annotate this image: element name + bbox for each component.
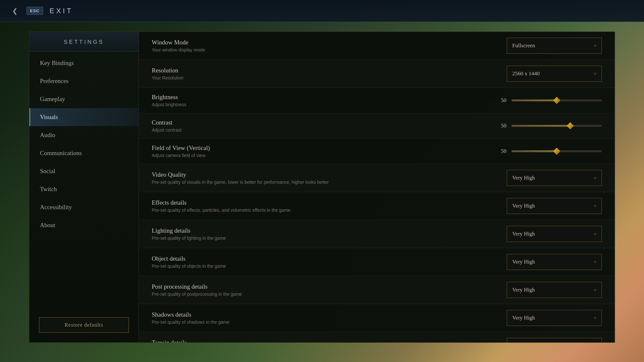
setting-info-video-quality: Video QualityPre-set quality of visuals … (152, 171, 507, 185)
sidebar-item-audio[interactable]: Audio (29, 126, 139, 144)
setting-info-lighting-details: Lighting detailsPre-set quality of light… (152, 227, 507, 241)
sidebar-item-about[interactable]: About (29, 216, 139, 234)
sidebar-item-visuals[interactable]: Visuals (29, 108, 139, 126)
setting-name-effects-details: Effects details (152, 199, 507, 206)
setting-desc-post-processing-details: Pre-set quality of postprocessing in the… (152, 292, 507, 297)
dropdown-arrow-icon: ▿ (594, 203, 596, 209)
slider-container-brightness: 50 (497, 97, 602, 104)
sidebar-item-gameplay[interactable]: Gameplay (29, 90, 139, 108)
slider-thumb-brightness[interactable] (553, 97, 560, 104)
setting-control-window-mode[interactable]: Fullscreen▿ (507, 38, 602, 54)
dropdown-arrow-icon: ▿ (594, 43, 596, 49)
setting-name-fov: Field of View (Vertical) (152, 144, 497, 152)
setting-name-window-mode: Window Mode (152, 39, 507, 46)
setting-desc-shadows-details: Pre-set quality of shadows in the game (152, 320, 507, 325)
setting-info-shadows-details: Shadows detailsPre-set quality of shadow… (152, 311, 507, 325)
dropdown-resolution[interactable]: 2560 x 1440▿ (507, 66, 602, 82)
setting-info-brightness: BrightnessAdjust brightness (152, 94, 497, 107)
setting-desc-effects-details: Pre-set quality of effects, particles, a… (152, 208, 507, 213)
setting-row-effects-details: Effects detailsPre-set quality of effect… (139, 192, 615, 220)
setting-control-resolution[interactable]: 2560 x 1440▿ (507, 66, 602, 82)
slider-track-fov[interactable] (512, 150, 602, 152)
setting-control-object-details[interactable]: Very High▿ (507, 254, 602, 270)
slider-thumb-contrast[interactable] (567, 122, 574, 129)
sidebar-item-preferences[interactable]: Preferences (29, 72, 139, 90)
setting-desc-video-quality: Pre-set quality of visuals in the game, … (152, 180, 507, 185)
dropdown-arrow-icon: ▿ (594, 315, 596, 321)
sidebar-header: SETTINGS (29, 32, 139, 51)
slider-container-fov: 50 (497, 148, 602, 154)
nav-items: Key BindingsPreferencesGameplayVisualsAu… (29, 51, 139, 311)
esc-badge[interactable]: ESC (26, 7, 43, 15)
slider-value-contrast: 50 (497, 123, 506, 129)
setting-info-effects-details: Effects detailsPre-set quality of effect… (152, 199, 507, 213)
dropdown-object-details[interactable]: Very High▿ (507, 254, 602, 270)
sidebar-item-social[interactable]: Social (29, 162, 139, 180)
slider-container-contrast: 50 (497, 123, 602, 129)
setting-info-object-details: Object detailsPre-set quality of objects… (152, 255, 507, 269)
dropdown-value-resolution: 2560 x 1440 (512, 70, 540, 77)
setting-control-effects-details[interactable]: Very High▿ (507, 198, 602, 214)
dropdown-arrow-icon: ▿ (594, 71, 596, 77)
setting-control-contrast[interactable]: 50 (497, 123, 602, 129)
slider-value-fov: 50 (497, 148, 506, 154)
setting-control-brightness[interactable]: 50 (497, 97, 602, 104)
setting-name-terrain-details: Terrain details (152, 339, 507, 342)
slider-track-contrast[interactable] (512, 125, 602, 127)
sidebar-footer: Restore defaults (29, 311, 139, 342)
setting-name-lighting-details: Lighting details (152, 227, 507, 234)
sidebar-item-accessibility[interactable]: Accessibility (29, 198, 139, 216)
content-area[interactable]: Window ModeYour window display modeFulls… (139, 32, 615, 342)
setting-control-video-quality[interactable]: Very High▿ (507, 170, 602, 186)
slider-thumb-fov[interactable] (553, 148, 560, 155)
setting-desc-resolution: Your Resolution (152, 75, 507, 80)
top-bar: ❮ ESC EXIT (0, 0, 644, 22)
back-arrow-icon[interactable]: ❮ (10, 6, 20, 16)
setting-info-contrast: ContrastAdjust contrast (152, 119, 497, 133)
setting-row-terrain-details: Terrain detailsPre-set quality of terrai… (139, 332, 615, 342)
setting-row-fov: Field of View (Vertical)Adjust camera fi… (139, 139, 615, 164)
setting-row-object-details: Object detailsPre-set quality of objects… (139, 248, 615, 276)
setting-desc-lighting-details: Pre-set quality of lighting in the game (152, 236, 507, 241)
setting-row-shadows-details: Shadows detailsPre-set quality of shadow… (139, 304, 615, 332)
setting-control-shadows-details[interactable]: Very High▿ (507, 310, 602, 326)
dropdown-value-object-details: Very High (512, 259, 535, 265)
restore-defaults-button[interactable]: Restore defaults (39, 317, 129, 333)
settings-panel: SETTINGS Key BindingsPreferencesGameplay… (29, 32, 615, 343)
sidebar-item-key-bindings[interactable]: Key Bindings (29, 54, 139, 72)
setting-name-contrast: Contrast (152, 119, 497, 126)
dropdown-arrow-icon: ▿ (594, 175, 596, 181)
slider-fill-fov (512, 150, 557, 152)
dropdown-terrain-details[interactable]: Very High▿ (507, 338, 602, 342)
setting-name-brightness: Brightness (152, 94, 497, 101)
setting-info-fov: Field of View (Vertical)Adjust camera fi… (152, 144, 497, 158)
setting-control-lighting-details[interactable]: Very High▿ (507, 226, 602, 242)
setting-desc-fov: Adjust camera field of view (152, 153, 497, 158)
dropdown-value-post-processing-details: Very High (512, 287, 535, 293)
setting-control-terrain-details[interactable]: Very High▿ (507, 338, 602, 342)
dropdown-effects-details[interactable]: Very High▿ (507, 198, 602, 214)
dropdown-post-processing-details[interactable]: Very High▿ (507, 282, 602, 298)
dropdown-window-mode[interactable]: Fullscreen▿ (507, 38, 602, 54)
dropdown-arrow-icon: ▿ (594, 231, 596, 237)
setting-row-resolution: ResolutionYour Resolution2560 x 1440▿ (139, 60, 615, 88)
setting-control-fov[interactable]: 50 (497, 148, 602, 154)
sidebar-item-twitch[interactable]: Twitch (29, 180, 139, 198)
setting-desc-object-details: Pre-set quality of objects in the game (152, 264, 507, 269)
setting-control-post-processing-details[interactable]: Very High▿ (507, 282, 602, 298)
sidebar-item-communications[interactable]: Communications (29, 144, 139, 162)
setting-info-post-processing-details: Post processing detailsPre-set quality o… (152, 283, 507, 297)
sidebar-title: SETTINGS (64, 39, 104, 45)
setting-name-post-processing-details: Post processing details (152, 283, 507, 290)
slider-value-brightness: 50 (497, 97, 506, 104)
dropdown-shadows-details[interactable]: Very High▿ (507, 310, 602, 326)
dropdown-video-quality[interactable]: Very High▿ (507, 170, 602, 186)
setting-info-resolution: ResolutionYour Resolution (152, 67, 507, 80)
setting-row-video-quality: Video QualityPre-set quality of visuals … (139, 164, 615, 192)
setting-desc-brightness: Adjust brightness (152, 102, 497, 107)
setting-desc-window-mode: Your window display mode (152, 47, 507, 52)
setting-row-window-mode: Window ModeYour window display modeFulls… (139, 32, 615, 60)
dropdown-lighting-details[interactable]: Very High▿ (507, 226, 602, 242)
slider-track-brightness[interactable] (512, 99, 602, 101)
setting-row-brightness: BrightnessAdjust brightness50 (139, 88, 615, 113)
